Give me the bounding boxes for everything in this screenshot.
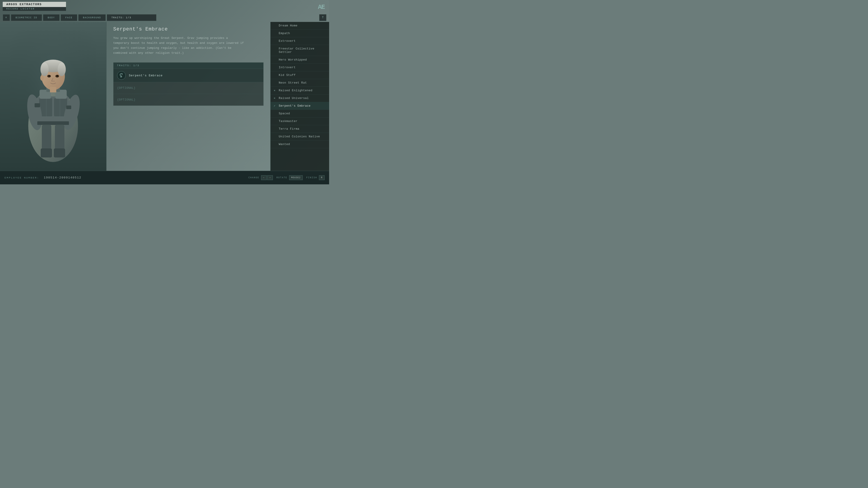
trait-item-kid-stuff[interactable]: Kid Stuff bbox=[271, 71, 329, 79]
trait-name-taskmaster: Taskmaster bbox=[279, 120, 298, 123]
employee-label: EMPLOYEE NUMBER: bbox=[4, 176, 39, 179]
svg-rect-22 bbox=[37, 121, 69, 125]
change-label: CHANGE bbox=[248, 176, 259, 179]
trait-name-freestar: Freestar Collective Settler bbox=[279, 47, 326, 54]
ae-logo: AE bbox=[318, 2, 327, 12]
nav-right-button[interactable]: T bbox=[319, 14, 327, 21]
trait-name-hero: Hero Worshipped bbox=[279, 58, 307, 61]
company-block: ARGOS EXTRACTORS RECORD LOCATOR bbox=[3, 2, 66, 12]
finish-key[interactable]: R bbox=[319, 175, 324, 180]
trait-name-dream-home: Dream Home bbox=[279, 24, 298, 27]
company-name: ARGOS EXTRACTORS bbox=[3, 2, 66, 7]
tab-traits[interactable]: TRAITS: 1/3 bbox=[107, 14, 156, 21]
svg-point-14 bbox=[49, 75, 50, 76]
tab-face[interactable]: FACE bbox=[61, 14, 77, 21]
svg-point-15 bbox=[57, 75, 58, 76]
trait-slot-3-name: {OPTIONAL} bbox=[117, 98, 135, 101]
bottom-controls: CHANGE ← → ROTATE MOUSE2 FINISH R bbox=[248, 175, 324, 180]
trait-item-raised-enlightened[interactable]: ✕ Raised Enlightened bbox=[271, 87, 329, 94]
rotate-label: ROTATE bbox=[276, 176, 287, 179]
trait-item-united-colonies[interactable]: United Colonies Native bbox=[271, 133, 329, 140]
trait-slot-1[interactable]: Serpent's Embrace bbox=[114, 69, 264, 82]
trait-name-terra-firma: Terra Firma bbox=[279, 127, 299, 131]
trait-item-dream-home[interactable]: Dream Home bbox=[271, 22, 329, 30]
trait-item-terra-firma[interactable]: Terra Firma bbox=[271, 125, 329, 133]
trait-name-kid-stuff: Kid Stuff bbox=[279, 73, 296, 77]
trait-name-empath: Empath bbox=[279, 32, 290, 35]
svg-rect-21 bbox=[66, 105, 71, 109]
trait-slot-2[interactable]: {OPTIONAL} bbox=[114, 82, 264, 94]
svg-rect-17 bbox=[50, 87, 56, 92]
trait-item-wanted[interactable]: Wanted bbox=[271, 140, 329, 148]
trait-name-spaced: Spaced bbox=[279, 112, 290, 115]
tab-background[interactable]: BACKGROUND bbox=[78, 14, 106, 21]
trait-slot-3[interactable]: {OPTIONAL} bbox=[114, 94, 264, 105]
trait-name-united-colonies: United Colonies Native bbox=[279, 135, 320, 138]
trait-list-sidebar[interactable]: Dream Home Empath Extrovert Freestar Col… bbox=[270, 22, 329, 171]
svg-point-10 bbox=[40, 63, 49, 76]
character-portrait bbox=[10, 31, 96, 162]
main-content: Serpent's Embrace You grew up worshiping… bbox=[0, 22, 329, 171]
rotate-control: ROTATE MOUSE2 bbox=[276, 175, 303, 180]
svg-point-11 bbox=[58, 63, 66, 76]
trait-title: Serpent's Embrace bbox=[113, 26, 264, 32]
rotate-key[interactable]: MOUSE2 bbox=[289, 175, 303, 180]
trait-item-freestar[interactable]: Freestar Collective Settler bbox=[271, 45, 329, 56]
nav-left-button[interactable]: 0 bbox=[3, 14, 10, 21]
svg-point-16 bbox=[40, 75, 44, 80]
trait-name-serpents: Serpent's Embrace bbox=[279, 104, 311, 107]
trait-item-hero[interactable]: Hero Worshipped bbox=[271, 56, 329, 64]
trait-x-raised-universal: ✕ bbox=[274, 96, 277, 100]
trait-item-extrovert[interactable]: Extrovert bbox=[271, 37, 329, 45]
trait-name-neon: Neon Street Rat bbox=[279, 81, 307, 85]
trait-slot-2-name: {OPTIONAL} bbox=[117, 87, 135, 90]
trait-name-wanted: Wanted bbox=[279, 142, 290, 146]
trait-name-introvert: Introvert bbox=[279, 66, 296, 69]
trait-name-extrovert: Extrovert bbox=[279, 39, 296, 43]
top-header: ARGOS EXTRACTORS RECORD LOCATOR AE bbox=[0, 0, 329, 12]
svg-rect-20 bbox=[35, 103, 40, 107]
bottom-bar: EMPLOYEE NUMBER: 190514-2009140512 CHANG… bbox=[0, 171, 329, 184]
trait-check-serpents: ✓ bbox=[274, 104, 277, 107]
trait-item-empath[interactable]: Empath bbox=[271, 30, 329, 37]
serpent-icon bbox=[117, 71, 126, 80]
tab-biometric-id[interactable]: BIOMETRIC ID bbox=[11, 14, 42, 21]
change-keys: ← → bbox=[261, 175, 273, 180]
trait-item-spaced[interactable]: Spaced bbox=[271, 110, 329, 118]
svg-rect-26 bbox=[54, 149, 65, 158]
finish-control: FINISH R bbox=[306, 175, 324, 180]
detail-panel: Serpent's Embrace You grew up worshiping… bbox=[106, 22, 270, 171]
tab-body[interactable]: BODY bbox=[43, 14, 60, 21]
trait-slot-1-name: Serpent's Embrace bbox=[129, 74, 163, 77]
trait-description: You grew up worshiping the Great Serpent… bbox=[113, 36, 244, 56]
trait-item-neon[interactable]: Neon Street Rat bbox=[271, 79, 329, 87]
traits-container: TRAITS: 1/3 Serpent's Embrace {OPTIONAL} bbox=[113, 62, 264, 106]
trait-name-raised-universal: Raised Universal bbox=[279, 96, 309, 100]
trait-item-raised-universal[interactable]: ✕ Raised Universal bbox=[271, 94, 329, 102]
trait-item-serpents-embrace[interactable]: ✓ Serpent's Embrace bbox=[271, 102, 329, 110]
trait-item-taskmaster[interactable]: Taskmaster bbox=[271, 118, 329, 125]
nav-tabs: 0 BIOMETRIC ID BODY FACE BACKGROUND TRAI… bbox=[0, 13, 329, 22]
trait-name-raised-enlightened: Raised Enlightened bbox=[279, 89, 312, 92]
employee-number: 190514-2009140512 bbox=[44, 176, 82, 180]
change-control: CHANGE ← → bbox=[248, 175, 273, 180]
change-key-left[interactable]: ← bbox=[261, 175, 267, 180]
svg-rect-25 bbox=[41, 149, 52, 158]
portrait-placeholder bbox=[0, 22, 106, 171]
finish-label: FINISH bbox=[306, 176, 317, 179]
traits-header: TRAITS: 1/3 bbox=[114, 63, 264, 69]
record-locator: RECORD LOCATOR bbox=[3, 7, 66, 11]
portrait-area bbox=[0, 22, 106, 171]
change-key-right[interactable]: → bbox=[267, 175, 273, 180]
trait-x-raised-enlightened: ✕ bbox=[274, 89, 277, 92]
trait-item-introvert[interactable]: Introvert bbox=[271, 64, 329, 71]
